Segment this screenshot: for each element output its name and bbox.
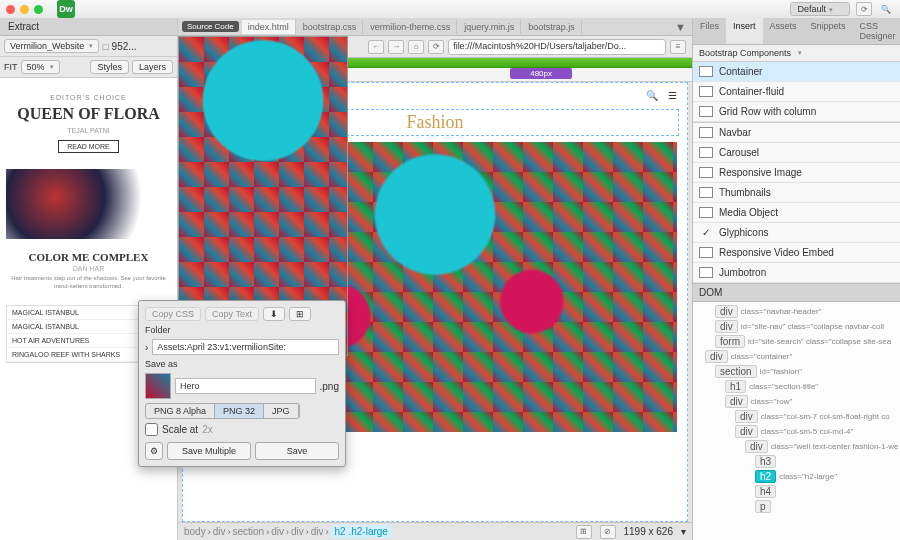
tag-crumb[interactable]: div: [213, 526, 226, 537]
status-bar: body› div› section› div› div› div› h2 .h…: [178, 522, 692, 540]
dom-node[interactable]: divid="site-nav" class="collapse navbar-…: [695, 319, 898, 334]
viewport-size: 1199 x 626: [624, 526, 674, 537]
component-item[interactable]: Media Object: [693, 203, 900, 223]
scale-checkbox[interactable]: [145, 423, 158, 436]
save-multiple-button[interactable]: Save Multiple: [167, 442, 251, 460]
address-bar[interactable]: file:///Macintosh%20HD/Users/taljaber/Do…: [448, 39, 666, 55]
tag-crumb[interactable]: div: [271, 526, 284, 537]
breakpoint-marker[interactable]: 480px: [510, 68, 572, 79]
component-item[interactable]: Container: [693, 62, 900, 82]
read-more-button[interactable]: READ MORE: [58, 140, 118, 153]
dom-tree[interactable]: divclass="navbar-header"divid="site-nav"…: [693, 302, 900, 540]
folder-browse-icon[interactable]: ›: [145, 342, 148, 353]
dom-node[interactable]: divclass="col-sm-7 col-sm-float-right co: [695, 409, 898, 424]
editors-choice-label: EDITOR'S CHOICE: [10, 94, 167, 101]
dom-node[interactable]: divclass="navbar-header": [695, 304, 898, 319]
file-tab[interactable]: bootstrap.css: [297, 20, 364, 34]
format-segment[interactable]: PNG 8 Alpha PNG 32 JPG: [145, 403, 300, 419]
tab-css-designer[interactable]: CSS Designer: [853, 18, 900, 44]
home-icon[interactable]: ⌂: [408, 40, 424, 54]
device-preview-icon[interactable]: ⊞: [576, 525, 592, 539]
window-controls[interactable]: [6, 5, 43, 14]
dom-node[interactable]: divclass="row": [695, 394, 898, 409]
styles-button[interactable]: Styles: [90, 60, 129, 74]
format-png8[interactable]: PNG 8 Alpha: [146, 404, 215, 418]
insert-category-select[interactable]: Bootstrap Components: [693, 45, 900, 62]
refresh-icon[interactable]: ⟳: [428, 40, 444, 54]
psd-picker[interactable]: Vermilion_Website: [4, 39, 99, 53]
component-item[interactable]: ✓Glyphicons: [693, 223, 900, 243]
sync-settings-icon[interactable]: ⟳: [856, 2, 872, 16]
forward-icon[interactable]: →: [388, 40, 404, 54]
media-icon: [699, 207, 713, 218]
copy-css-button[interactable]: Copy CSS: [145, 307, 201, 321]
tag-crumb[interactable]: section: [232, 526, 264, 537]
component-item[interactable]: Grid Row with column: [693, 102, 900, 122]
fit-label: FIT: [4, 62, 18, 72]
file-tab[interactable]: bootstrap.js: [522, 20, 582, 34]
source-code-badge[interactable]: Source Code: [182, 21, 239, 32]
tab-files[interactable]: Files: [693, 18, 726, 44]
dom-node[interactable]: divclass="well text-center fashion-1-we: [695, 439, 898, 454]
extract-tab[interactable]: Extract: [0, 18, 177, 36]
tag-crumb[interactable]: div: [291, 526, 304, 537]
dom-node[interactable]: p: [695, 499, 898, 514]
dom-node[interactable]: h2class="h2-large": [695, 469, 898, 484]
layers-button[interactable]: Layers: [132, 60, 173, 74]
tag-crumb[interactable]: div: [311, 526, 324, 537]
save-button[interactable]: Save: [255, 442, 339, 460]
errors-icon[interactable]: ⊘: [600, 525, 616, 539]
file-tab[interactable]: vermilion-theme.css: [364, 20, 457, 34]
thumbnails-icon: [699, 187, 713, 198]
tab-snippets[interactable]: Snippets: [804, 18, 853, 44]
zoom-icon[interactable]: [34, 5, 43, 14]
tag-crumb[interactable]: body: [184, 526, 206, 537]
tab-insert[interactable]: Insert: [726, 18, 763, 44]
format-jpg[interactable]: JPG: [264, 404, 299, 418]
dom-node[interactable]: h3: [695, 454, 898, 469]
options-icon[interactable]: ≡: [670, 40, 686, 54]
workspace-switcher[interactable]: Default: [790, 2, 850, 16]
colorme-title: COLOR ME COMPLEX: [10, 251, 167, 263]
tab-assets[interactable]: Assets: [763, 18, 804, 44]
dom-node[interactable]: formid="site-search" class="collapse sit…: [695, 334, 898, 349]
component-item[interactable]: Navbar: [693, 122, 900, 143]
dom-panel-title[interactable]: DOM: [693, 284, 900, 302]
component-item[interactable]: Carousel: [693, 143, 900, 163]
dom-node[interactable]: divclass="col-sm-5 col-md-4": [695, 424, 898, 439]
document-tabs: Source Code index.html bootstrap.css ver…: [178, 18, 692, 36]
component-item[interactable]: Container-fluid: [693, 82, 900, 102]
filter-icon[interactable]: ▼: [669, 21, 692, 33]
colorme-author: DAN HAR: [10, 265, 167, 272]
back-icon[interactable]: ←: [368, 40, 384, 54]
menu-icon[interactable]: ☰: [668, 90, 677, 101]
filename-input[interactable]: [175, 378, 316, 394]
dom-node[interactable]: divclass="container": [695, 349, 898, 364]
folder-input[interactable]: [152, 339, 339, 355]
dom-node[interactable]: sectionid="fashion": [695, 364, 898, 379]
dom-node[interactable]: h1class="section-title": [695, 379, 898, 394]
component-item[interactable]: Responsive Image: [693, 163, 900, 183]
download-icon[interactable]: ⬇: [263, 307, 285, 321]
search-icon[interactable]: 🔍: [646, 90, 658, 101]
right-panel-group: Files Insert Assets Snippets CSS Designe…: [692, 18, 900, 540]
file-tab[interactable]: jquery.min.js: [458, 20, 521, 34]
minimize-icon[interactable]: [20, 5, 29, 14]
format-png32[interactable]: PNG 32: [215, 404, 264, 418]
file-tab[interactable]: index.html: [242, 20, 296, 34]
folder-label: Folder: [145, 325, 339, 335]
image-icon: [699, 167, 713, 178]
zoom-select[interactable]: 50%: [21, 60, 60, 74]
multi-export-icon[interactable]: ⊞: [289, 307, 311, 321]
copy-text-button[interactable]: Copy Text: [205, 307, 259, 321]
search-icon[interactable]: 🔍: [878, 2, 894, 16]
settings-icon[interactable]: ⚙: [145, 442, 163, 460]
close-icon[interactable]: [6, 5, 15, 14]
component-item[interactable]: Responsive Video Embed: [693, 243, 900, 263]
tag-crumb-selected[interactable]: h2 .h2-large: [331, 525, 392, 538]
scale-value: 2x: [202, 424, 213, 435]
component-item[interactable]: Jumbotron: [693, 263, 900, 283]
file-extension: .png: [320, 381, 339, 392]
dom-node[interactable]: h4: [695, 484, 898, 499]
component-item[interactable]: Thumbnails: [693, 183, 900, 203]
